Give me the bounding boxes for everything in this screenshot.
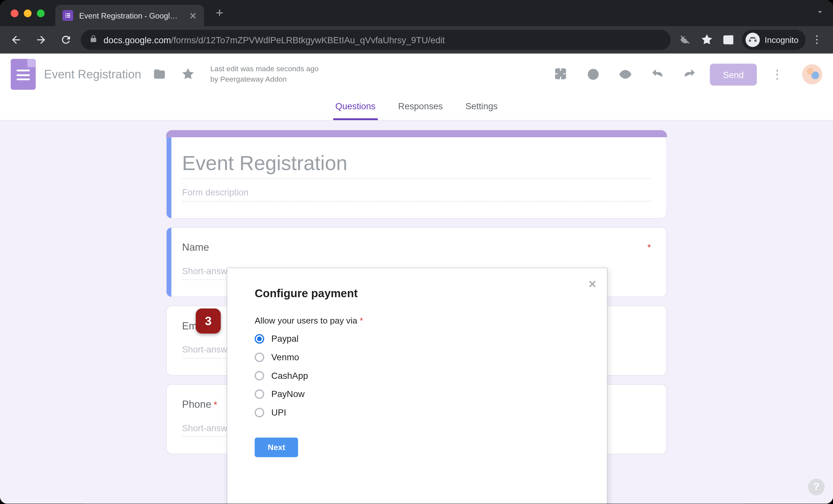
question-label[interactable]: Name xyxy=(182,242,209,254)
svg-point-13 xyxy=(624,73,627,76)
radio-icon xyxy=(255,334,264,343)
lock-icon xyxy=(89,34,98,45)
minimize-window-button[interactable] xyxy=(24,9,31,17)
tab-title: Event Registration - Google Fo xyxy=(79,11,182,20)
section-tabs: Questions Responses Settings xyxy=(0,95,833,121)
forms-logo-icon[interactable] xyxy=(11,59,36,90)
window: Event Registration - Google Fo ✕ + docs.… xyxy=(0,0,833,504)
required-indicator: * xyxy=(214,400,217,410)
last-edit-text: Last edit was made seconds ago by Peerga… xyxy=(210,65,323,84)
dialog-close-button[interactable]: × xyxy=(589,276,596,292)
dialog-field-label: Allow your users to pay via * xyxy=(255,316,579,325)
tab-bar: Event Registration - Google Fo ✕ + xyxy=(0,0,833,26)
app-header: Event Registration Last edit was made se… xyxy=(0,54,833,95)
form-title[interactable]: Event Registration xyxy=(182,152,651,179)
tab-close-button[interactable]: ✕ xyxy=(187,10,198,21)
forward-button[interactable] xyxy=(31,30,51,50)
tab-responses[interactable]: Responses xyxy=(396,95,445,120)
radio-icon xyxy=(255,371,264,380)
undo-button[interactable] xyxy=(646,62,669,86)
tab-settings[interactable]: Settings xyxy=(463,95,500,120)
radio-paypal[interactable]: Paypal xyxy=(255,334,579,344)
configure-payment-dialog: × Configure payment Allow your users to … xyxy=(227,268,608,504)
forms-app: Event Registration Last edit was made se… xyxy=(0,54,833,504)
svg-rect-2 xyxy=(65,15,66,16)
panel-icon[interactable] xyxy=(718,30,738,50)
tabs-overflow-button[interactable] xyxy=(815,7,825,19)
maximize-window-button[interactable] xyxy=(37,9,45,17)
svg-point-10 xyxy=(588,69,598,79)
svg-rect-1 xyxy=(67,13,70,14)
radio-paynow[interactable]: PayNow xyxy=(255,389,579,399)
radio-icon xyxy=(255,389,264,399)
browser-menu-button[interactable]: ⋮ xyxy=(807,33,827,46)
move-to-folder-button[interactable] xyxy=(150,64,170,84)
svg-point-12 xyxy=(594,72,596,74)
step-badge: 3 xyxy=(196,308,221,334)
window-controls xyxy=(11,9,45,17)
help-button[interactable]: ? xyxy=(808,479,825,495)
incognito-label: Incognito xyxy=(765,35,799,45)
account-avatar[interactable] xyxy=(802,64,822,84)
svg-rect-4 xyxy=(65,17,66,18)
addons-button[interactable] xyxy=(549,62,573,86)
more-menu-button[interactable]: ⋮ xyxy=(765,62,789,86)
question-label[interactable]: Phone xyxy=(182,399,212,410)
bookmark-icon[interactable] xyxy=(697,30,717,50)
toolbar-right: Incognito ⋮ xyxy=(675,30,827,50)
required-indicator: * xyxy=(647,242,651,252)
radio-icon xyxy=(255,352,264,361)
document-title[interactable]: Event Registration xyxy=(44,68,141,81)
forms-favicon-icon xyxy=(63,10,73,21)
svg-rect-3 xyxy=(67,15,70,16)
star-button[interactable] xyxy=(178,64,198,84)
form-accent-bar xyxy=(166,130,667,137)
theme-button[interactable] xyxy=(581,62,605,86)
radio-upi[interactable]: UPI xyxy=(255,407,579,418)
reload-button[interactable] xyxy=(56,30,76,50)
svg-rect-9 xyxy=(730,36,733,44)
preview-button[interactable] xyxy=(613,62,637,86)
form-canvas: Event Registration Form description Name… xyxy=(0,121,833,504)
payment-options: Paypal Venmo CashApp PayNow UPI xyxy=(255,334,579,418)
browser-tab[interactable]: Event Registration - Google Fo ✕ xyxy=(55,5,204,26)
radio-icon xyxy=(255,408,264,417)
browser-chrome: Event Registration - Google Fo ✕ + docs.… xyxy=(0,0,833,54)
incognito-icon xyxy=(746,33,760,47)
close-window-button[interactable] xyxy=(11,9,19,17)
svg-point-6 xyxy=(685,39,687,41)
new-tab-button[interactable]: + xyxy=(211,5,228,22)
send-button[interactable]: Send xyxy=(710,64,757,85)
svg-point-11 xyxy=(590,72,592,74)
tab-questions[interactable]: Questions xyxy=(333,95,378,120)
address-bar: docs.google.com/forms/d/12To7mZPVWdlPeLR… xyxy=(0,26,833,53)
svg-rect-5 xyxy=(67,17,70,18)
omnibox[interactable]: docs.google.com/forms/d/12To7mZPVWdlPeLR… xyxy=(81,30,671,50)
url-text: docs.google.com/forms/d/12To7mZPVWdlPeLR… xyxy=(103,35,445,45)
form-header-card[interactable]: Event Registration Form description xyxy=(166,137,667,219)
redo-button[interactable] xyxy=(678,62,701,86)
incognito-indicator[interactable]: Incognito xyxy=(742,30,806,50)
radio-cashapp[interactable]: CashApp xyxy=(255,370,579,380)
form-description[interactable]: Form description xyxy=(182,187,651,202)
next-button[interactable]: Next xyxy=(255,438,299,457)
svg-rect-0 xyxy=(65,13,66,14)
radio-venmo[interactable]: Venmo xyxy=(255,352,579,362)
dialog-title: Configure payment xyxy=(255,287,579,300)
tracking-blocked-icon[interactable] xyxy=(675,30,696,50)
back-button[interactable] xyxy=(6,30,26,50)
